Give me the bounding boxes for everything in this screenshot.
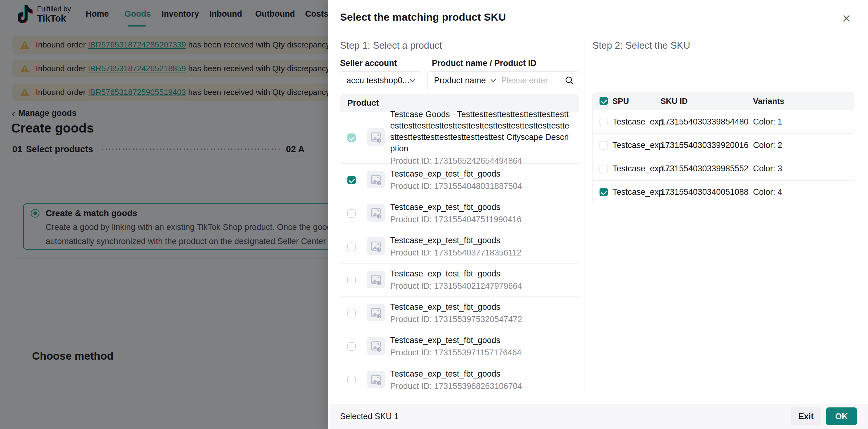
product-row[interactable]: Testcase_exp_test_fbt_goodsProduct ID: 1… <box>340 230 579 264</box>
product-row[interactable]: Testcase_exp_test_fbt_goodsProduct ID: 1… <box>340 363 579 397</box>
product-row[interactable]: Testcase_exp_test_fbt_goodsProduct ID: 1… <box>340 264 579 297</box>
checkbox-unchecked[interactable] <box>347 342 356 351</box>
chevron-down-icon <box>490 79 496 83</box>
product-name: Testcase_exp_test_fbt_goods <box>390 268 569 279</box>
column-header-sku-id: SKU ID <box>660 92 688 110</box>
product-id: Product ID: 1731553968263106704 <box>390 380 569 392</box>
checkbox-unchecked[interactable] <box>347 376 356 384</box>
product-row[interactable]: Testcase Goods - Testtesttesttesttesttes… <box>340 112 579 164</box>
product-id: Product ID: 1731554048031887504 <box>390 180 569 192</box>
product-name: Testcase_exp_test_fbt_goods <box>390 301 569 313</box>
sku-table-header: SPU SKU ID Variants <box>593 92 854 110</box>
ok-button[interactable]: OK <box>826 407 857 425</box>
modal-footer: Selected SKU 1 Exit OK <box>328 404 868 429</box>
column-header-spu: SPU <box>613 92 629 110</box>
step2-heading: Step 2: Select the SKU <box>592 40 690 51</box>
product-id: Product ID: 1731553975320547472 <box>390 313 569 325</box>
product-name: Testcase_exp_test_fbt_goods <box>390 368 569 380</box>
search-type-select[interactable]: Product name <box>434 76 486 85</box>
image-placeholder-icon <box>367 371 385 390</box>
product-id: Product ID: 1731554037718356112 <box>390 247 569 258</box>
search-icon[interactable] <box>565 76 574 85</box>
checkbox-unchecked[interactable] <box>599 164 608 173</box>
product-row[interactable]: Testcase_exp_test_fbt_goodsProduct ID: 1… <box>340 164 579 197</box>
product-name-label: Product name / Product ID <box>432 59 536 68</box>
sku-id: 1731554030339985552 <box>660 157 748 180</box>
product-name: Testcase_exp_test_fbt_goods <box>390 202 569 213</box>
search-input[interactable] <box>501 76 565 85</box>
seller-account-select[interactable]: accu testshop0... <box>340 71 421 89</box>
seller-account-value: accu testshop0... <box>346 76 409 85</box>
column-divider <box>584 39 584 398</box>
checkbox-checked[interactable] <box>347 176 356 184</box>
checkbox-unchecked[interactable] <box>599 118 608 126</box>
product-id: Product ID: 1731565242654494864 <box>390 155 569 167</box>
select-sku-modal: Select the matching product SKU × Step 1… <box>328 0 868 429</box>
exit-button[interactable]: Exit <box>791 407 821 425</box>
sku-row[interactable]: Testcase_exp... 1731554030339920016 Colo… <box>593 133 854 157</box>
product-row[interactable]: Testcase_exp_test_fbt_goodsProduct ID: 1… <box>340 330 579 363</box>
screen: Fulfilled by TikTok Home Goods Inventory… <box>0 0 868 429</box>
sku-variant: Color: 2 <box>753 134 782 157</box>
image-placeholder-icon <box>367 304 385 323</box>
checkbox-unchecked[interactable] <box>347 243 356 251</box>
image-placeholder-icon <box>367 237 385 256</box>
image-placeholder-icon <box>367 204 385 223</box>
product-name: Testcase_exp_test_fbt_goods <box>390 168 569 180</box>
product-table: Product Testcase Goods - Testtesttesttes… <box>340 94 579 398</box>
image-placeholder-icon <box>367 171 385 189</box>
product-name: Testcase_exp_test_fbt_goods <box>390 335 569 346</box>
product-id: Product ID: 1731554021247979664 <box>390 280 569 292</box>
chevron-down-icon <box>409 78 416 83</box>
product-row[interactable]: Testcase_exp_test_fbt_goodsProduct ID: 1… <box>340 197 579 230</box>
checkbox-unchecked[interactable] <box>347 209 356 218</box>
checkbox-select-all-checked[interactable] <box>599 97 608 105</box>
step2-column: Step 2: Select the SKU SPU SKU ID Varian… <box>592 0 855 404</box>
product-name: Testcase_exp_test_fbt_goods <box>390 235 569 246</box>
product-id: Product ID: 1731554047511990416 <box>390 214 569 225</box>
step1-heading: Step 1: Select a product <box>340 40 442 51</box>
product-name: Testcase Goods - Testtesttesttesttesttes… <box>390 109 569 154</box>
checkbox-checked[interactable] <box>599 188 608 196</box>
checkbox-unchecked[interactable] <box>347 276 356 284</box>
image-placeholder-icon <box>367 271 385 289</box>
column-header-variants: Variants <box>753 92 784 110</box>
sku-id: 1731554030340051088 <box>660 181 748 204</box>
sku-variant: Color: 4 <box>753 181 782 204</box>
sku-variant: Color: 1 <box>753 110 782 133</box>
sku-row[interactable]: Testcase_exp... 1731554030339854480 Colo… <box>593 110 854 133</box>
sku-row[interactable]: Testcase_exp... 1731554030340051088 Colo… <box>593 180 854 204</box>
checkbox-unchecked[interactable] <box>599 141 608 150</box>
image-placeholder-icon <box>367 337 385 356</box>
step1-column: Step 1: Select a product Seller account … <box>340 0 579 404</box>
checkbox-checked-disabled[interactable] <box>347 133 356 142</box>
sku-id: 1731554030339854480 <box>660 110 748 133</box>
seller-account-label: Seller account <box>340 59 397 68</box>
image-placeholder-icon <box>367 128 385 147</box>
product-id: Product ID: 1731553971157176464 <box>390 347 569 359</box>
sku-row[interactable]: Testcase_exp... 1731554030339985552 Colo… <box>593 157 854 180</box>
sku-variant: Color: 3 <box>753 157 782 180</box>
product-row[interactable]: Testcase_exp_test_fbt_goodsProduct ID: 1… <box>340 297 579 330</box>
product-search-box: Product name <box>428 71 579 89</box>
checkbox-unchecked[interactable] <box>347 309 356 317</box>
sku-id: 1731554030339920016 <box>660 134 748 157</box>
sku-table: SPU SKU ID Variants Testcase_exp... 1731… <box>592 92 855 204</box>
selected-sku-count: Selected SKU 1 <box>340 404 399 429</box>
